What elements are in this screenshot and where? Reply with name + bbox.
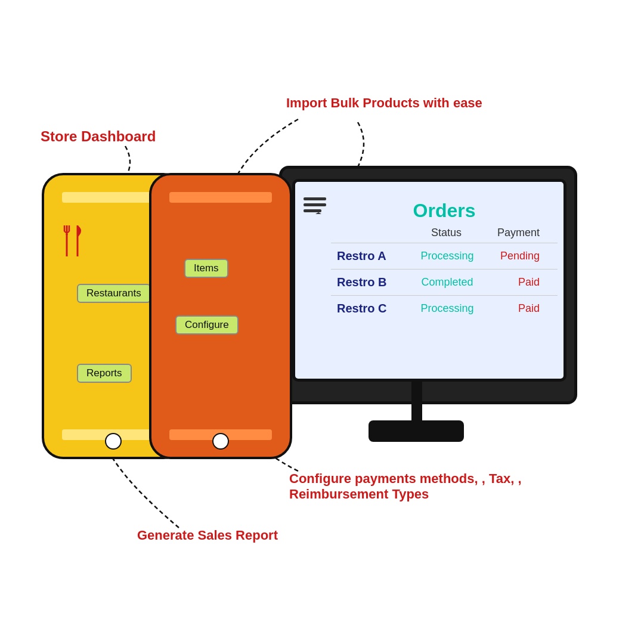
order-status: Processing [408, 250, 486, 262]
status-col-header: Status [431, 227, 462, 239]
hamburger-icon[interactable] [304, 196, 326, 218]
order-status: Completed [408, 276, 486, 289]
home-button-orange[interactable] [212, 433, 229, 450]
orders-panel: Orders Status Payment Restro A Processin… [331, 188, 558, 373]
svg-rect-12 [304, 209, 321, 212]
import-bulk-label: Import Bulk Products with ease [286, 95, 482, 111]
restaurant-name: Restro C [337, 302, 408, 315]
order-payment: Paid [486, 302, 540, 315]
table-row: Restro A Processing Pending [331, 243, 558, 269]
orange-phone: Items Configure [149, 173, 292, 459]
store-dashboard-label: Store Dashboard [41, 128, 156, 145]
orders-header: Status Payment [331, 227, 558, 239]
items-button[interactable]: Items [184, 259, 228, 278]
table-row: Restro B Completed Paid [331, 269, 558, 295]
payment-col-header: Payment [497, 227, 540, 239]
restaurants-button[interactable]: Restaurants [77, 284, 151, 303]
configure-button[interactable]: Configure [175, 315, 239, 335]
order-payment: Pending [486, 250, 540, 262]
monitor-screen: Orders Status Payment Restro A Processin… [292, 179, 566, 382]
monitor-stand-base [369, 420, 464, 442]
order-status: Processing [408, 302, 486, 315]
reports-button[interactable]: Reports [77, 364, 132, 383]
restaurant-name: Restro B [337, 275, 408, 289]
configure-payments-label: Configure payments methods, , Tax, , Rei… [289, 471, 522, 502]
order-payment: Paid [486, 276, 540, 289]
svg-rect-11 [304, 203, 326, 206]
svg-rect-10 [304, 197, 326, 200]
monitor-stand-neck [411, 382, 422, 423]
fork-knife-icon [62, 223, 91, 265]
home-button[interactable] [105, 433, 122, 450]
table-row: Restro C Processing Paid [331, 295, 558, 321]
generate-sales-label: Generate Sales Report [137, 528, 278, 543]
orders-title: Orders [331, 200, 558, 222]
restaurant-name: Restro A [337, 249, 408, 263]
phone-top-bar-orange [169, 192, 272, 203]
